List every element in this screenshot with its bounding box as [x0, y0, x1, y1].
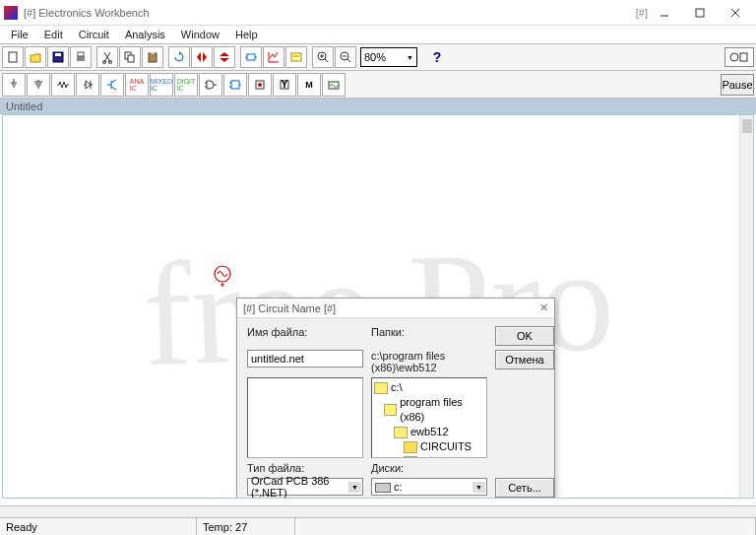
status-empty: [295, 518, 756, 535]
svg-line-40: [111, 80, 116, 83]
minimize-button[interactable]: [648, 2, 681, 24]
flip-h-icon[interactable]: [191, 46, 213, 68]
digital-icon[interactable]: [223, 73, 247, 97]
svg-line-21: [325, 59, 328, 62]
filename-input[interactable]: untitled.net: [247, 350, 363, 368]
paste-icon[interactable]: [142, 46, 163, 68]
activate-switch-icon[interactable]: [724, 47, 754, 67]
print-icon[interactable]: [70, 46, 92, 68]
svg-rect-28: [740, 53, 747, 61]
new-icon[interactable]: [2, 46, 24, 68]
sources-icon[interactable]: [2, 73, 26, 97]
svg-line-25: [347, 59, 350, 62]
logic-gate-icon[interactable]: [199, 73, 222, 97]
pause-button[interactable]: Pause: [721, 74, 754, 96]
svg-rect-45: [231, 81, 239, 89]
main-toolbar: 80% ?: [0, 43, 756, 71]
zoom-in-icon[interactable]: [312, 46, 334, 68]
menu-help[interactable]: Help: [228, 28, 265, 41]
ok-button[interactable]: OK: [495, 326, 554, 346]
menu-edit[interactable]: Edit: [37, 28, 70, 41]
analog-ic-icon[interactable]: ANAIC: [125, 73, 149, 97]
drive-icon: [375, 483, 391, 493]
menu-bar: File Edit Circuit Analysis Window Help: [0, 26, 756, 43]
rotate-icon[interactable]: [168, 46, 190, 68]
svg-text:Y: Y: [281, 78, 288, 90]
title-bar: [#] Electronics Workbench [#]: [0, 0, 756, 26]
horizontal-scrollbar-area[interactable]: [0, 505, 756, 517]
menu-analysis[interactable]: Analysis: [118, 28, 172, 41]
export-dialog: [#] Circuit Name [#] ✕ Имя файла: Папки:…: [236, 298, 555, 499]
network-button[interactable]: Сеть...: [495, 478, 554, 498]
folders-label: Папки:: [371, 326, 487, 346]
status-temp: Temp: 27: [197, 518, 295, 535]
folder-tree[interactable]: c:\ program files (x86) ewb512 CIRCUITS …: [371, 377, 487, 458]
folder-item[interactable]: EXT: [374, 454, 484, 458]
component-toolbar: ANAIC MIXEDIC DIGITIC Y M Pause: [0, 71, 756, 99]
svg-rect-1: [696, 9, 704, 17]
vertical-scrollbar[interactable]: [739, 115, 753, 498]
menu-window[interactable]: Window: [174, 28, 226, 41]
cut-icon[interactable]: [96, 46, 118, 68]
folder-item[interactable]: program files (x86): [374, 395, 484, 425]
svg-rect-8: [78, 52, 84, 56]
digital-ic-icon[interactable]: DIGITIC: [174, 73, 198, 97]
drive-select[interactable]: c:: [371, 478, 487, 496]
app-icon: [4, 6, 18, 20]
open-icon[interactable]: [25, 46, 46, 68]
svg-rect-12: [128, 55, 134, 62]
folder-item[interactable]: c:\: [374, 380, 484, 395]
svg-rect-7: [77, 56, 85, 61]
properties-icon[interactable]: [285, 46, 307, 68]
basic-icon[interactable]: [27, 73, 50, 97]
misc-icon[interactable]: M: [297, 73, 321, 97]
transistor-icon[interactable]: [100, 73, 124, 97]
window-title: [#] Electronics Workbench: [24, 7, 557, 19]
current-path: c:\program files (x86)\ewb512: [371, 350, 487, 373]
svg-rect-13: [149, 53, 157, 62]
menu-file[interactable]: File: [4, 28, 35, 41]
svg-rect-6: [55, 53, 61, 56]
instruments-icon[interactable]: [322, 73, 346, 97]
file-list[interactable]: [247, 377, 363, 458]
svg-line-41: [111, 87, 116, 90]
maximize-button[interactable]: [683, 2, 717, 24]
zoom-out-icon[interactable]: [335, 46, 356, 68]
help-icon[interactable]: ?: [426, 46, 448, 68]
dialog-close-icon[interactable]: ✕: [539, 301, 548, 314]
menu-circuit[interactable]: Circuit: [72, 28, 116, 41]
indicator-icon[interactable]: [248, 73, 272, 97]
close-button[interactable]: [719, 2, 752, 24]
document-tab[interactable]: Untitled: [0, 99, 756, 114]
filetype-label: Тип файла:: [247, 462, 363, 474]
dialog-title: [#] Circuit Name [#]: [243, 302, 336, 314]
ac-source-component[interactable]: [213, 261, 232, 289]
filename-label: Имя файла:: [247, 326, 363, 346]
mixed-ic-icon[interactable]: MIXEDIC: [150, 73, 173, 97]
dialog-titlebar[interactable]: [#] Circuit Name [#] ✕: [237, 299, 554, 318]
graph-icon[interactable]: [263, 46, 284, 68]
svg-point-50: [258, 83, 262, 87]
subcircuit-icon[interactable]: [240, 46, 262, 68]
svg-rect-15: [247, 54, 255, 60]
diode-icon[interactable]: [76, 73, 99, 97]
control-icon[interactable]: Y: [273, 73, 296, 97]
filetype-select[interactable]: OrCad PCB 386 (*.NET): [247, 478, 363, 496]
folder-item[interactable]: ewb512: [374, 425, 484, 439]
svg-rect-4: [9, 52, 17, 62]
folder-item[interactable]: CIRCUITS: [374, 439, 484, 454]
circuit-canvas[interactable]: free Pro [#] Circuit Name [#] ✕ Имя файл…: [2, 114, 754, 499]
drives-label: Диски:: [371, 462, 487, 474]
svg-rect-18: [291, 53, 301, 61]
status-bar: Ready Temp: 27: [0, 517, 756, 535]
save-icon[interactable]: [47, 46, 69, 68]
flip-v-icon[interactable]: [214, 46, 235, 68]
status-ready: Ready: [0, 518, 197, 535]
copy-icon[interactable]: [119, 46, 141, 68]
svg-point-27: [730, 53, 738, 61]
zoom-select[interactable]: 80%: [360, 47, 417, 67]
cancel-button[interactable]: Отмена: [495, 350, 554, 369]
zoom-value: 80%: [364, 51, 386, 63]
doc-indicator: [#]: [636, 7, 648, 19]
resistor-icon[interactable]: [51, 73, 75, 97]
